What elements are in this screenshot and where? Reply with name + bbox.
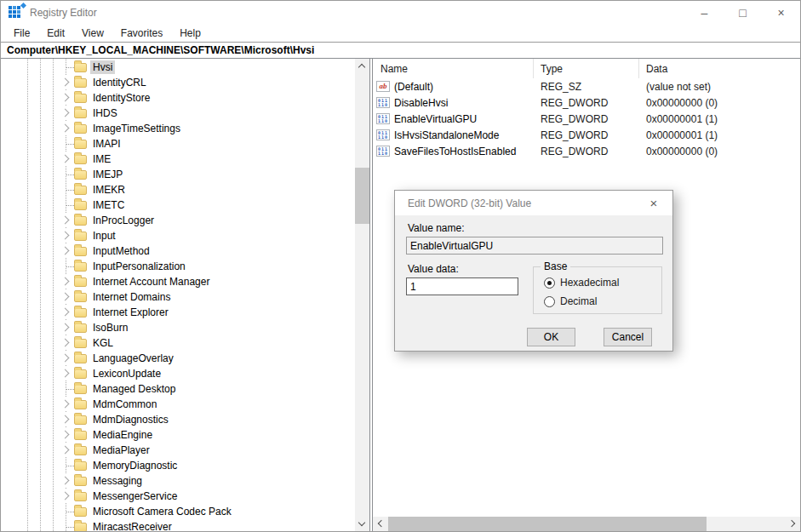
tree-item[interactable]: Internet Explorer xyxy=(1,305,355,320)
scroll-thumb[interactable] xyxy=(355,168,369,224)
value-data-field[interactable]: 1 xyxy=(406,277,518,295)
scroll-down-button[interactable] xyxy=(355,517,369,531)
expand-chevron-icon[interactable] xyxy=(59,106,72,120)
expand-chevron-icon[interactable] xyxy=(59,214,72,227)
tree-item[interactable]: InputMethod xyxy=(1,243,355,259)
tree-item[interactable]: Microsoft Camera Codec Pack xyxy=(1,504,355,519)
tree-item[interactable]: LanguageOverlay xyxy=(1,351,355,366)
expand-chevron-icon[interactable] xyxy=(59,489,72,503)
minimize-button[interactable]: – xyxy=(685,1,724,25)
folder-icon xyxy=(74,201,87,210)
menu-bar: File Edit View Favorites Help xyxy=(1,25,800,42)
folder-icon xyxy=(74,124,87,134)
scroll-left-button[interactable] xyxy=(373,517,387,531)
registry-value-row[interactable]: 011110SaveFilesToHostIsEnabledREG_DWORD0… xyxy=(373,143,800,159)
tree-item[interactable]: Internet Account Manager xyxy=(1,274,355,289)
tree-item-label: MediaPlayer xyxy=(90,443,152,457)
expand-chevron-icon[interactable] xyxy=(59,91,72,105)
expand-chevron-icon[interactable] xyxy=(59,398,72,411)
expand-chevron-icon[interactable] xyxy=(59,306,72,319)
dialog-body: Value name: EnableVirtualGPU Value data:… xyxy=(395,215,672,352)
folder-icon xyxy=(74,492,87,501)
maximize-button[interactable]: □ xyxy=(724,1,762,25)
address-bar[interactable]: Computer\HKEY_LOCAL_MACHINE\SOFTWARE\Mic… xyxy=(1,42,800,59)
tree-item[interactable]: Hvsi xyxy=(1,60,355,75)
expand-chevron-icon[interactable] xyxy=(59,290,72,304)
cancel-button[interactable]: Cancel xyxy=(604,328,652,346)
tree-item[interactable]: MediaEngine xyxy=(1,427,355,443)
tree-item[interactable]: LexiconUpdate xyxy=(1,366,355,381)
tree-item[interactable]: MdmCommon xyxy=(1,397,355,412)
tree-item[interactable]: KGL xyxy=(1,335,355,351)
registry-value-row[interactable]: 011110DisableHvsiREG_DWORD0x00000000 (0) xyxy=(373,94,800,111)
tree-item[interactable]: IHDS xyxy=(1,106,355,121)
radio-hexadecimal[interactable]: Hexadecimal xyxy=(544,277,619,289)
menu-edit[interactable]: Edit xyxy=(38,27,73,39)
registry-value-row[interactable]: 011110EnableVirtualGPUREG_DWORD0x0000000… xyxy=(373,111,800,127)
tree-item[interactable]: Messaging xyxy=(1,473,355,489)
tree-item[interactable]: Managed Desktop xyxy=(1,381,355,397)
scroll-up-button[interactable] xyxy=(355,59,369,73)
expand-chevron-icon[interactable] xyxy=(59,367,72,380)
tree-item[interactable]: IMAPI xyxy=(1,136,355,152)
tree-item[interactable]: InputPersonalization xyxy=(1,259,355,274)
expand-chevron-icon[interactable] xyxy=(59,229,72,243)
menu-favorites[interactable]: Favorites xyxy=(112,27,171,39)
scroll-right-button[interactable] xyxy=(786,517,800,531)
close-button[interactable]: × xyxy=(762,1,800,25)
menu-help[interactable]: Help xyxy=(171,27,209,39)
value-name-field[interactable]: EnableVirtualGPU xyxy=(406,237,663,255)
column-header-name[interactable]: Name xyxy=(373,59,534,78)
tree-item[interactable]: InProcLogger xyxy=(1,213,355,228)
tree-item[interactable]: MessengerService xyxy=(1,489,355,504)
tree-item[interactable]: IdentityStore xyxy=(1,90,355,106)
value-data-cell: 0x00000001 (1) xyxy=(639,129,800,141)
expand-chevron-icon[interactable] xyxy=(59,76,72,89)
expand-chevron-icon[interactable] xyxy=(59,244,72,258)
radio-decimal[interactable]: Decimal xyxy=(544,295,597,307)
reg-dword-icon: 011110 xyxy=(376,129,390,140)
value-type-cell: REG_DWORD xyxy=(534,129,639,141)
expand-chevron-icon[interactable] xyxy=(59,428,72,442)
tree-item[interactable]: Input xyxy=(1,228,355,243)
expand-chevron-icon[interactable] xyxy=(59,474,72,488)
column-header-type[interactable]: Type xyxy=(534,59,639,78)
scroll-thumb[interactable] xyxy=(388,517,707,531)
menu-view[interactable]: View xyxy=(73,27,112,39)
folder-icon xyxy=(74,94,87,103)
menu-file[interactable]: File xyxy=(5,27,38,39)
registry-value-row[interactable]: ab(Default)REG_SZ(value not set) xyxy=(373,78,800,94)
tree-item[interactable]: Internet Domains xyxy=(1,289,355,305)
expand-chevron-icon[interactable] xyxy=(59,321,72,335)
list-horizontal-scrollbar[interactable] xyxy=(373,517,800,531)
folder-icon xyxy=(74,155,87,164)
tree-item[interactable]: IdentityCRL xyxy=(1,75,355,90)
tree-item-label: MessengerService xyxy=(90,489,180,503)
tree-item-label: MiracastReceiver xyxy=(90,520,175,531)
expand-chevron-icon[interactable] xyxy=(59,336,72,350)
tree-item[interactable]: MdmDiagnostics xyxy=(1,412,355,427)
expand-chevron-icon[interactable] xyxy=(59,275,72,289)
tree-item-label: IME xyxy=(90,152,113,166)
list-rows: ab(Default)REG_SZ(value not set)011110Di… xyxy=(373,78,800,159)
expand-chevron-icon[interactable] xyxy=(59,413,72,426)
expand-chevron-icon[interactable] xyxy=(59,122,72,135)
expand-chevron-icon[interactable] xyxy=(59,352,72,365)
tree-item[interactable]: IMETC xyxy=(1,197,355,213)
ok-button[interactable]: OK xyxy=(527,328,575,346)
column-header-data[interactable]: Data xyxy=(639,59,800,78)
expand-chevron-icon[interactable] xyxy=(59,152,72,166)
registry-value-row[interactable]: 011110IsHvsiStandaloneModeREG_DWORD0x000… xyxy=(373,127,800,143)
tree-item[interactable]: IME xyxy=(1,152,355,167)
tree-item[interactable]: MiracastReceiver xyxy=(1,519,355,531)
tree-item[interactable]: IMEJP xyxy=(1,167,355,182)
tree-vertical-scrollbar[interactable] xyxy=(355,59,369,531)
tree-item[interactable]: ImageTimeSettings xyxy=(1,121,355,136)
tree-item[interactable]: MediaPlayer xyxy=(1,443,355,458)
expand-chevron-icon[interactable] xyxy=(59,443,72,457)
tree-item-label: Internet Explorer xyxy=(90,306,171,319)
tree-item[interactable]: MemoryDiagnostic xyxy=(1,458,355,473)
dialog-close-icon[interactable]: × xyxy=(635,191,672,215)
tree-item[interactable]: IMEKR xyxy=(1,182,355,197)
tree-item[interactable]: IsoBurn xyxy=(1,320,355,335)
